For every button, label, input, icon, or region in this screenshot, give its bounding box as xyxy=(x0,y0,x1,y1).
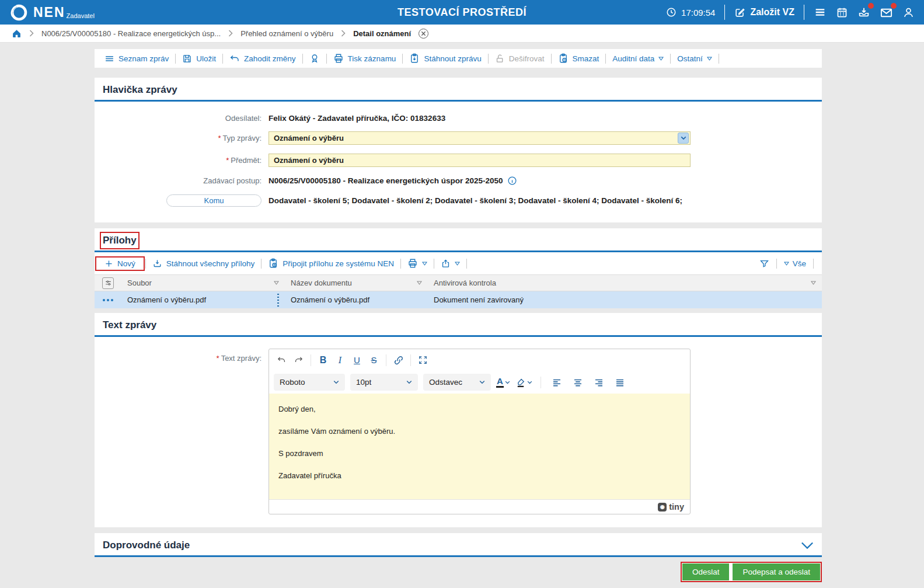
caret-down-icon xyxy=(455,262,460,266)
editor-content[interactable]: Dobrý den, zasíláme Vám oznámení o výběr… xyxy=(269,394,690,499)
typ-zpravy-select[interactable]: Oznámení o výběru xyxy=(269,131,691,145)
underline-icon[interactable]: U xyxy=(349,352,365,368)
font-family-select[interactable]: Roboto xyxy=(274,374,345,391)
messages-badge xyxy=(891,3,897,9)
tiny-brand[interactable]: ◉ tiny xyxy=(658,502,684,512)
podepsat-a-odeslat-button[interactable]: Podepsat a odeslat xyxy=(733,563,820,580)
close-circle-icon[interactable] xyxy=(419,29,428,39)
odesilatel-value: Felix Okátý - Zadavatel příručka, IČO: 0… xyxy=(269,114,445,123)
editor-toolbar-1: B I U S xyxy=(269,349,690,371)
auditni-data-button[interactable]: Auditní data xyxy=(606,54,670,63)
bold-icon[interactable]: B xyxy=(315,352,331,368)
attachments-table-header: Soubor Název dokumentu Antivirová kontro… xyxy=(95,274,822,291)
breadcrumb-item-procedure[interactable]: N006/25/V00005180 - Realizace energetick… xyxy=(41,29,221,38)
info-icon[interactable] xyxy=(507,176,517,186)
inbox-button[interactable] xyxy=(857,6,870,19)
desifrovat-button: Dešifrovat xyxy=(489,54,551,64)
divider xyxy=(724,5,725,20)
print-attachments-button[interactable] xyxy=(401,258,434,269)
column-header-antivir[interactable]: Antivirová kontrola xyxy=(434,279,496,287)
redo-icon[interactable] xyxy=(291,352,306,368)
undo-icon[interactable] xyxy=(274,352,290,368)
smazat-button[interactable]: Smazat xyxy=(552,53,606,64)
field-odesilatel: Odesílatel: Felix Okátý - Zadavatel přír… xyxy=(95,114,822,123)
chevron-down-icon[interactable] xyxy=(678,133,689,144)
sliders-icon[interactable] xyxy=(102,277,114,289)
ostatni-button[interactable]: Ostatní xyxy=(671,54,719,63)
link-icon[interactable] xyxy=(390,352,406,368)
export-attachments-button[interactable] xyxy=(434,259,466,269)
nen-logo[interactable]: NEN Zadavatel xyxy=(9,3,95,22)
chevron-down-icon[interactable] xyxy=(527,381,532,384)
fullscreen-icon[interactable] xyxy=(415,352,431,368)
section-prilohy: Přílohy Nový Stáhnout všechny přílohy Př… xyxy=(95,228,822,308)
predmet-input[interactable] xyxy=(269,154,691,167)
field-predmet: Předmět: xyxy=(95,154,822,167)
caret-down-icon[interactable] xyxy=(417,281,422,285)
nen-logo-icon xyxy=(9,3,29,22)
section-hlavicka-zpravy: Hlavička zprávy Odesílatel: Felix Okátý … xyxy=(95,78,822,222)
tisk-zaznamu-button[interactable]: Tisk záznamu xyxy=(327,53,403,64)
logo-subtitle: Zadavatel xyxy=(67,12,95,19)
editor-paragraph: zasíláme Vám oznámení o výběru. xyxy=(278,427,681,436)
zahodit-zmeny-button[interactable]: Zahodit změny xyxy=(223,53,302,64)
lock-open-icon xyxy=(495,54,505,64)
zalozit-vz-button[interactable]: Založit VZ xyxy=(734,7,794,18)
align-center-icon[interactable] xyxy=(570,374,586,390)
komu-button[interactable]: Komu xyxy=(166,194,261,207)
align-justify-icon[interactable] xyxy=(612,374,628,390)
block-format-select[interactable]: Odstavec xyxy=(423,374,491,391)
chevron-down-icon xyxy=(333,380,339,384)
filter-vse-button[interactable]: Vše xyxy=(784,259,806,268)
caret-down-icon[interactable] xyxy=(811,281,816,285)
stahnout-zpravu-button[interactable]: Stáhnout zprávu xyxy=(403,53,487,64)
messages-button[interactable] xyxy=(880,6,893,19)
odeslat-button[interactable]: Odeslat xyxy=(682,563,730,580)
drag-handle[interactable] xyxy=(277,294,279,307)
zadavaci-postup-value: N006/25/V00005180 - Realizace energetick… xyxy=(269,176,503,185)
menu-button[interactable] xyxy=(814,6,827,19)
field-komu: Komu Dodavatel - školení 5; Dodavatel - … xyxy=(95,194,822,207)
column-header-nazev[interactable]: Název dokumentu xyxy=(291,279,352,287)
award-button[interactable] xyxy=(303,53,326,64)
hamburger-icon xyxy=(814,6,827,19)
highlight-color-button[interactable] xyxy=(515,377,532,388)
chevron-down-icon[interactable] xyxy=(801,541,814,549)
font-size-select[interactable]: 10pt xyxy=(350,374,418,391)
chevron-down-icon[interactable] xyxy=(505,381,510,384)
user-button[interactable] xyxy=(902,6,915,19)
chevron-right-icon xyxy=(228,30,233,37)
seznam-zprav-button[interactable]: Seznam zpráv xyxy=(98,54,175,64)
divider xyxy=(776,259,777,269)
home-icon[interactable] xyxy=(12,29,22,39)
table-row[interactable]: Oznámení o výběru.pdf Oznámení o výběru.… xyxy=(95,291,822,308)
filter-icon[interactable] xyxy=(759,259,769,269)
cell-antivir: Dokument není zavirovaný xyxy=(428,295,822,304)
footer-actions: Odeslat Podepsat a odeslat xyxy=(95,562,822,582)
row-menu-icon[interactable] xyxy=(103,299,113,301)
field-typ-zpravy: Typ zprávy: Oznámení o výběru xyxy=(95,131,822,145)
cell-soubor[interactable]: Oznámení o výběru.pdf xyxy=(127,295,206,304)
caret-down-icon xyxy=(707,57,712,61)
clipboard-delete-icon xyxy=(558,53,569,64)
strikethrough-icon[interactable]: S xyxy=(366,352,382,368)
logo-text: NEN xyxy=(33,6,65,19)
align-left-icon[interactable] xyxy=(549,374,565,390)
caret-down-icon[interactable] xyxy=(274,281,279,285)
divider xyxy=(386,354,386,366)
text-color-button[interactable]: A xyxy=(496,377,510,388)
section-title-prilohy: Přílohy xyxy=(103,235,137,246)
breadcrumb-item-overview[interactable]: Přehled oznámení o výběru xyxy=(240,29,333,38)
section-text-zpravy: Text zprávy Text zprávy: B I U S xyxy=(95,313,822,527)
current-time: 17:09:54 xyxy=(681,8,715,18)
column-header-soubor[interactable]: Soubor xyxy=(127,279,152,287)
novy-button[interactable]: Nový xyxy=(98,259,142,268)
ulozit-button[interactable]: Uložit xyxy=(176,54,222,64)
stahnout-vsechny-button[interactable]: Stáhnout všechny přílohy xyxy=(146,259,261,269)
pripojit-prilohu-button[interactable]: Připojit přílohu ze systému NEN xyxy=(261,258,400,269)
clipboard-download-icon xyxy=(409,53,420,64)
calendar-button[interactable] xyxy=(836,6,848,19)
italic-icon[interactable]: I xyxy=(332,352,348,368)
align-right-icon[interactable] xyxy=(591,374,607,390)
field-zadavaci-postup: Zadávací postup: N006/25/V00005180 - Rea… xyxy=(95,176,822,186)
